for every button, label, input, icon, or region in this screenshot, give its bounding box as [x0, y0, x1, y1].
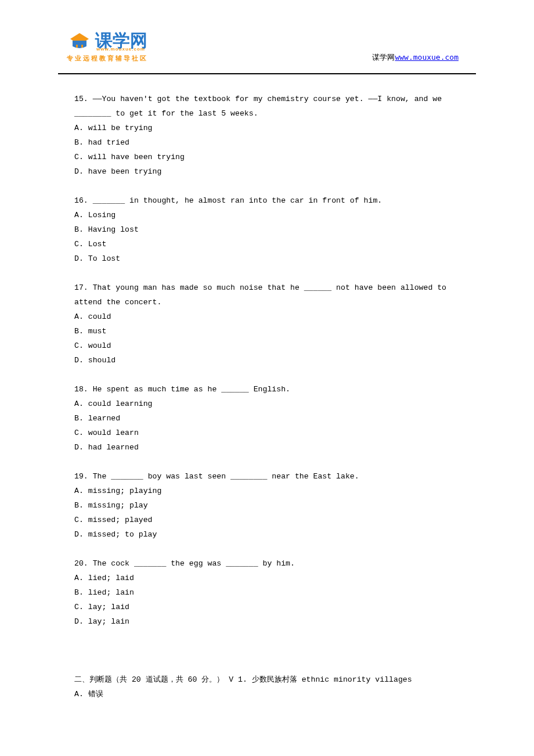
option: D. had learned: [74, 440, 470, 455]
question-block: 16. _______ in thought, he almost ran in…: [74, 193, 470, 266]
question-text: 20. The cock _______ the egg was _______…: [74, 556, 470, 571]
header-site-link: 谋学网www.mouxue.com: [372, 52, 459, 63]
question-text: 19. The _______ boy was last seen ______…: [74, 469, 470, 484]
svg-rect-1: [81, 45, 83, 48]
option: C. missed; played: [74, 513, 470, 527]
question-block: 19. The _______ boy was last seen ______…: [74, 469, 470, 542]
section-heading: 二、判断题（共 20 道试题，共 60 分。） V 1. 少数民族村落 ethn…: [74, 672, 470, 687]
option: B. Having lost: [74, 222, 470, 237]
question-text: 18. He spent as much time as he ______ E…: [74, 382, 470, 397]
option: C. would: [74, 339, 470, 353]
option: C. Lost: [74, 237, 470, 251]
question-text: 16. _______ in thought, he almost ran in…: [74, 193, 470, 208]
option: A. Losing: [74, 208, 470, 222]
option: D. should: [74, 353, 470, 368]
option: B. missing; play: [74, 498, 470, 513]
option: D. missed; to play: [74, 527, 470, 542]
logo-url-text: www.mouxue.com: [96, 46, 145, 52]
header-link-prefix: 谋学网: [372, 53, 395, 62]
option: B. lied; lain: [74, 585, 470, 600]
option: A. 错误: [74, 687, 470, 701]
option: D. To lost: [74, 251, 470, 266]
option: C. lay; laid: [74, 600, 470, 614]
option: A. will be trying: [74, 121, 470, 135]
option: A. could: [74, 309, 470, 324]
option: A. could learning: [74, 397, 470, 411]
document-content: 15. ——You haven't got the textbook for m…: [0, 74, 534, 725]
page-header: 课学网 www.mouxue.com 专业远程教育辅导社区 谋学网www.mou…: [0, 0, 534, 67]
question-text: 17. That young man has made so much nois…: [74, 280, 470, 309]
question-block: 18. He spent as much time as he ______ E…: [74, 382, 470, 455]
header-link-url[interactable]: www.mouxue.com: [395, 53, 459, 62]
option: C. will have been trying: [74, 150, 470, 164]
option: A. lied; laid: [74, 571, 470, 585]
svg-rect-0: [76, 45, 78, 48]
option: B. must: [74, 324, 470, 339]
section-2: 二、判断题（共 20 道试题，共 60 分。） V 1. 少数民族村落 ethn…: [74, 672, 470, 701]
option: B. had tried: [74, 135, 470, 150]
question-block: 20. The cock _______ the egg was _______…: [74, 556, 470, 629]
question-text: 15. ——You haven't got the textbook for m…: [74, 92, 470, 121]
logo-subtitle: 专业远程教育辅导社区: [67, 54, 148, 63]
site-logo: 课学网 www.mouxue.com 专业远程教育辅导社区: [67, 29, 148, 63]
logo-icon: [67, 32, 92, 51]
question-block: 15. ——You haven't got the textbook for m…: [74, 92, 470, 179]
logo-brand-name: 课学网 www.mouxue.com: [95, 29, 147, 53]
option: B. learned: [74, 411, 470, 426]
question-block: 17. That young man has made so much nois…: [74, 280, 470, 368]
option: D. have been trying: [74, 164, 470, 179]
option: D. lay; lain: [74, 614, 470, 629]
option: A. missing; playing: [74, 484, 470, 498]
option: C. would learn: [74, 426, 470, 440]
